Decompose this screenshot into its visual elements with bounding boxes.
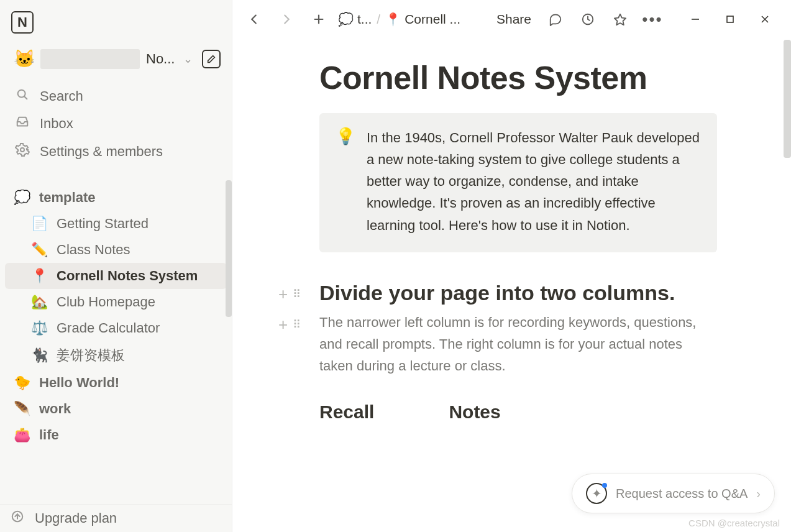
sidebar-page-label: Club Homepage: [57, 294, 155, 310]
breadcrumb-current[interactable]: 📍 Cornell ...: [385, 12, 460, 27]
chevron-down-icon: ⌄: [183, 52, 193, 66]
sidebar-page-label: Cornell Notes System: [57, 268, 198, 284]
page-title[interactable]: Cornell Notes System: [319, 60, 717, 97]
page-icon: 📄: [31, 216, 48, 232]
house-icon: 🏡: [31, 294, 48, 310]
pencil-icon: ✏️: [31, 242, 48, 258]
thought-bubble-icon: 💭: [338, 12, 354, 27]
sidebar-page-work[interactable]: 🪶 work: [5, 396, 227, 422]
sidebar-settings[interactable]: Settings & members: [5, 137, 227, 166]
sidebar-page-club-homepage[interactable]: 🏡 Club Homepage: [5, 289, 227, 315]
more-button[interactable]: •••: [639, 6, 665, 32]
search-icon: [14, 88, 31, 105]
sidebar-page-label: Class Notes: [57, 242, 130, 258]
main-area: 💭 t... / 📍 Cornell ... Share •••: [232, 0, 791, 532]
sidebar-page-label: work: [39, 401, 71, 417]
sidebar-page-label: Getting Started: [57, 216, 149, 232]
feather-icon: 🪶: [14, 401, 30, 417]
sidebar-page-label: life: [39, 427, 59, 443]
cat-icon: 🐈‍⬛: [31, 347, 48, 364]
sidebar-page-label: Grade Calculator: [57, 320, 160, 336]
callout-text: In the 1940s, Cornell Professor Walter P…: [367, 127, 701, 236]
lightbulb-icon: 💡: [336, 127, 355, 236]
nav-back-button[interactable]: [241, 6, 267, 32]
workspace-name-redacted: [40, 49, 140, 69]
sidebar-page-class-notes[interactable]: ✏️ Class Notes: [5, 237, 227, 263]
breadcrumb-parent[interactable]: 💭 t...: [338, 12, 372, 27]
chevron-right-icon: ›: [756, 487, 761, 501]
sidebar-page-life[interactable]: 👛 life: [5, 422, 227, 448]
qa-request-button[interactable]: ✦ Request access to Q&A ›: [572, 474, 775, 513]
sidebar-inbox[interactable]: Inbox: [5, 110, 227, 137]
breadcrumb-parent-label: t...: [357, 12, 372, 27]
pin-icon: 📍: [385, 12, 401, 27]
sidebar-upgrade-label: Upgrade plan: [35, 510, 117, 526]
sidebar-search[interactable]: Search: [5, 83, 227, 110]
block-handle[interactable]: + ⠿: [278, 315, 302, 334]
svg-line-1: [24, 96, 27, 99]
sidebar: N 🐱 No... ⌄ Search Inbox Settings & mem: [0, 0, 232, 532]
workspace-switcher[interactable]: 🐱 No... ⌄: [0, 46, 232, 71]
sidebar-page-label: Hello World!: [39, 375, 119, 391]
gear-icon: [14, 142, 31, 161]
updates-button[interactable]: [575, 6, 601, 32]
thought-bubble-icon: 💭: [14, 190, 30, 206]
page-content: Cornell Notes System 💡 In the 1940s, Cor…: [232, 39, 791, 532]
sidebar-page-hello-world[interactable]: 🐤 Hello World!: [5, 370, 227, 396]
workspace-icon: 🐱: [14, 48, 35, 69]
pouch-icon: 👛: [14, 427, 30, 443]
sidebar-page-grade-calculator[interactable]: ⚖️ Grade Calculator: [5, 315, 227, 341]
breadcrumb: 💭 t... / 📍 Cornell ...: [338, 12, 460, 27]
qa-request-label: Request access to Q&A: [616, 487, 748, 501]
add-block-icon[interactable]: +: [278, 315, 288, 334]
sidebar-page-label: template: [39, 190, 95, 206]
watermark: CSDN @createcrystal: [688, 518, 780, 528]
chick-icon: 🐤: [14, 375, 30, 391]
comments-button[interactable]: [542, 6, 569, 32]
sparkle-icon: ✦: [586, 483, 607, 504]
section-heading[interactable]: Divide your page into two columns.: [319, 281, 717, 305]
svg-point-2: [21, 148, 24, 152]
sidebar-search-label: Search: [40, 88, 83, 104]
window-maximize-button[interactable]: [713, 7, 748, 32]
pin-icon: 📍: [31, 268, 48, 284]
app-logo[interactable]: N: [11, 11, 34, 34]
drag-handle-icon[interactable]: ⠿: [293, 318, 302, 331]
topbar: 💭 t... / 📍 Cornell ... Share •••: [232, 0, 791, 39]
block-handle[interactable]: + ⠿: [278, 285, 302, 304]
sidebar-scrollbar[interactable]: [226, 180, 232, 317]
sidebar-settings-label: Settings & members: [40, 144, 163, 160]
callout-block[interactable]: 💡 In the 1940s, Cornell Professor Walter…: [319, 113, 717, 252]
column-heading-recall[interactable]: Recall: [319, 401, 374, 423]
new-page-button[interactable]: [306, 6, 332, 32]
window-minimize-button[interactable]: [678, 7, 713, 32]
inbox-icon: [14, 115, 31, 132]
paragraph-block[interactable]: The narrower left column is for recordin…: [319, 311, 717, 377]
sidebar-page-template[interactable]: 💭 template: [5, 185, 227, 211]
nav-forward-button[interactable]: [273, 6, 299, 32]
share-button[interactable]: Share: [492, 12, 536, 27]
sidebar-page-ginger-template[interactable]: 🐈‍⬛ 姜饼资模板: [5, 341, 227, 370]
sidebar-page-label: 姜饼资模板: [57, 346, 125, 365]
sidebar-inbox-label: Inbox: [40, 116, 73, 132]
sidebar-page-cornell-notes[interactable]: 📍 Cornell Notes System: [5, 263, 227, 289]
svg-marker-7: [615, 14, 626, 25]
drag-handle-icon[interactable]: ⠿: [293, 287, 302, 301]
svg-rect-9: [727, 16, 733, 22]
column-heading-notes[interactable]: Notes: [449, 401, 500, 423]
compose-button[interactable]: [202, 50, 221, 68]
favorite-button[interactable]: [607, 6, 633, 32]
breadcrumb-separator: /: [377, 12, 380, 27]
sidebar-page-getting-started[interactable]: 📄 Getting Started: [5, 211, 227, 237]
add-block-icon[interactable]: +: [278, 285, 288, 304]
upgrade-icon: [9, 510, 26, 527]
scale-icon: ⚖️: [31, 320, 48, 336]
content-scrollbar[interactable]: [784, 40, 791, 158]
sidebar-upgrade[interactable]: Upgrade plan: [0, 505, 232, 532]
breadcrumb-current-label: Cornell ...: [405, 12, 460, 27]
workspace-label: No...: [146, 51, 175, 67]
window-close-button[interactable]: [748, 7, 782, 32]
